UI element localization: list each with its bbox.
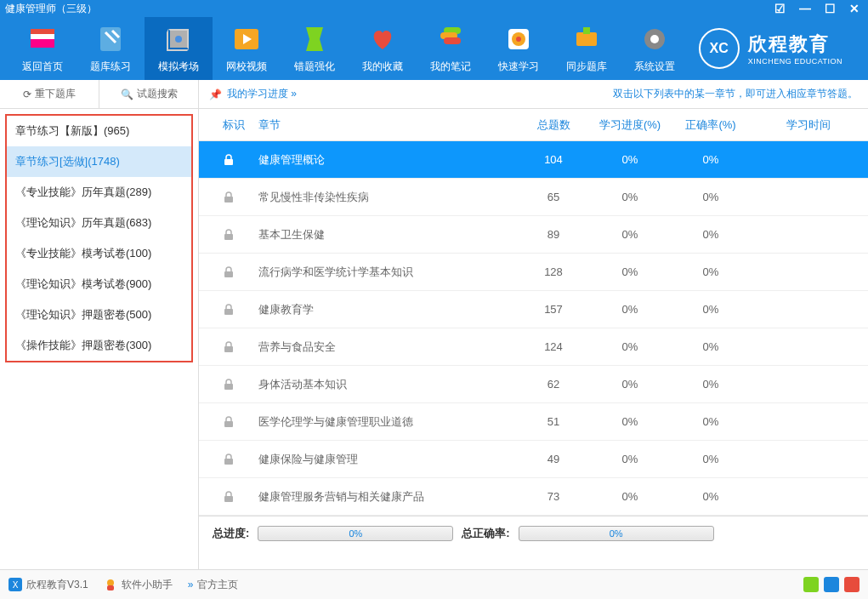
table-row[interactable]: 医学伦理学与健康管理职业道德510%0%: [199, 403, 868, 441]
maximize-window-icon[interactable]: ☐: [821, 2, 839, 15]
table-row[interactable]: 常见慢性非传染性疾病650%0%: [199, 179, 868, 216]
toolbar: 返回首页 题库练习 模拟考场 网校视频 错题强化 我的收藏 我的笔记 快速学习 …: [0, 17, 868, 80]
pin-icon: 📌: [209, 88, 222, 100]
sidebar-item-0[interactable]: 章节练习【新版】(965): [7, 116, 191, 146]
search-questions[interactable]: 🔍 试题搜索: [99, 80, 198, 108]
table-row[interactable]: 基本卫生保健890%0%: [199, 216, 868, 254]
sidebar-item-1[interactable]: 章节练习[选做](1748): [7, 146, 191, 177]
toolbar-home[interactable]: 返回首页: [9, 17, 77, 80]
sidebar-item-5[interactable]: 《理论知识》模考试卷(900): [7, 269, 191, 300]
table-row[interactable]: 营养与食品安全1240%0%: [199, 328, 868, 366]
cell-progress: 0%: [587, 303, 672, 316]
reload-bank[interactable]: ⟳ 重下题库: [0, 80, 99, 108]
status-homepage[interactable]: » 官方主页: [188, 578, 239, 592]
svg-rect-19: [224, 197, 233, 203]
lock-icon: [199, 153, 258, 167]
minimize-window-icon[interactable]: —: [796, 2, 814, 15]
toolbar-exam[interactable]: 模拟考场: [145, 17, 213, 80]
sidebar-item-6[interactable]: 《理论知识》押题密卷(500): [7, 300, 191, 330]
th-total: 总题数: [519, 117, 587, 133]
toolbar-quick[interactable]: 快速学习: [485, 17, 553, 80]
cell-chapter: 身体活动基本知识: [258, 377, 519, 392]
table-row[interactable]: 身体活动基本知识620%0%: [199, 366, 868, 403]
cell-progress: 0%: [587, 340, 672, 353]
cell-progress: 0%: [587, 153, 672, 166]
cell-correct: 0%: [672, 153, 749, 166]
my-progress-link[interactable]: 📌 我的学习进度 »: [209, 87, 297, 101]
svg-point-17: [650, 35, 659, 43]
lock-icon: [199, 303, 258, 317]
table-header: 标识 章节 总题数 学习进度(%) 正确率(%) 学习时间: [199, 109, 868, 141]
cell-total: 49: [519, 453, 587, 465]
main: 📌 我的学习进度 » 双击以下列表中的某一章节，即可进入相应章节答题。 标识 章…: [199, 80, 868, 569]
sidebar-item-2[interactable]: 《专业技能》历年真题(289): [7, 177, 191, 208]
toolbar-settings[interactable]: 系统设置: [621, 17, 689, 80]
svg-point-13: [516, 37, 521, 42]
practice-icon: [95, 24, 126, 54]
app-title: 健康管理师（三级）: [5, 2, 97, 16]
cell-chapter: 健康管理服务营销与相关健康产品: [258, 489, 519, 505]
status-app[interactable]: X 欣程教育V3.1: [9, 578, 88, 592]
lock-icon: [199, 415, 258, 429]
cell-correct: 0%: [672, 490, 749, 503]
status-helper[interactable]: 软件小助手: [104, 578, 173, 592]
table-body: 健康管理概论1040%0%常见慢性非传染性疾病650%0%基本卫生保健890%0…: [199, 141, 868, 516]
toolbar-video[interactable]: 网校视频: [213, 17, 281, 80]
heart-icon: [367, 24, 398, 54]
table-row[interactable]: 健康管理服务营销与相关健康产品730%0%: [199, 478, 868, 516]
home-icon: [27, 24, 58, 54]
toolbar-favorite[interactable]: 我的收藏: [349, 17, 417, 80]
svg-rect-23: [224, 346, 233, 352]
cell-total: 89: [519, 228, 587, 241]
exam-icon: [163, 24, 194, 54]
cell-progress: 0%: [587, 490, 672, 503]
svg-rect-10: [444, 37, 461, 44]
svg-rect-1: [31, 39, 54, 48]
cell-chapter: 健康保险与健康管理: [258, 452, 519, 467]
toolbar-notes[interactable]: 我的笔记: [417, 17, 485, 80]
cell-correct: 0%: [672, 191, 749, 203]
cell-total: 124: [519, 340, 587, 353]
total-correct-label: 总正确率:: [462, 526, 509, 541]
sidebar-item-3[interactable]: 《理论知识》历年真题(683): [7, 208, 191, 238]
close-window-icon[interactable]: ✕: [846, 2, 863, 15]
th-progress: 学习进度(%): [587, 117, 672, 133]
table-row[interactable]: 健康保险与健康管理490%0%: [199, 441, 868, 478]
settings-icon: [639, 24, 670, 54]
cell-correct: 0%: [672, 415, 749, 428]
svg-rect-27: [224, 496, 233, 502]
cell-progress: 0%: [587, 228, 672, 241]
sidebar-item-7[interactable]: 《操作技能》押题密卷(300): [7, 330, 191, 361]
status-indicator-3[interactable]: [844, 577, 859, 592]
status-indicator-2[interactable]: [824, 577, 839, 592]
status-indicator-1[interactable]: [803, 577, 819, 592]
svg-rect-14: [576, 32, 597, 46]
svg-rect-15: [583, 27, 590, 34]
cell-correct: 0%: [672, 265, 749, 278]
table-row[interactable]: 健康教育学1570%0%: [199, 291, 868, 328]
svg-rect-20: [224, 234, 233, 240]
total-correct-bar: 0%: [519, 526, 714, 541]
total-progress-label: 总进度:: [213, 526, 249, 541]
helper-icon: [104, 578, 117, 591]
cell-chapter: 健康教育学: [258, 302, 519, 317]
svg-point-30: [107, 579, 114, 586]
toolbar-practice[interactable]: 题库练习: [77, 17, 145, 80]
brand-logo: XC: [699, 28, 740, 69]
cell-progress: 0%: [587, 191, 672, 203]
window-controls: ☑ — ☐ ✕: [771, 2, 863, 15]
sidebar-item-4[interactable]: 《专业技能》模考试卷(100): [7, 238, 191, 269]
restore-window-icon[interactable]: ☑: [771, 2, 789, 15]
svg-text:X: X: [13, 580, 19, 590]
toolbar-wrong[interactable]: 错题强化: [281, 17, 349, 80]
th-correct: 正确率(%): [672, 117, 749, 133]
table-row[interactable]: 健康管理概论1040%0%: [199, 141, 868, 179]
svg-point-5: [175, 36, 182, 43]
table-row[interactable]: 流行病学和医学统计学基本知识1280%0%: [199, 254, 868, 291]
cell-chapter: 常见慢性非传染性疾病: [258, 190, 519, 205]
cell-correct: 0%: [672, 228, 749, 241]
svg-rect-2: [31, 29, 54, 34]
cell-chapter: 基本卫生保健: [258, 227, 519, 242]
toolbar-sync[interactable]: 同步题库: [553, 17, 621, 80]
th-mark: 标识: [199, 117, 258, 133]
